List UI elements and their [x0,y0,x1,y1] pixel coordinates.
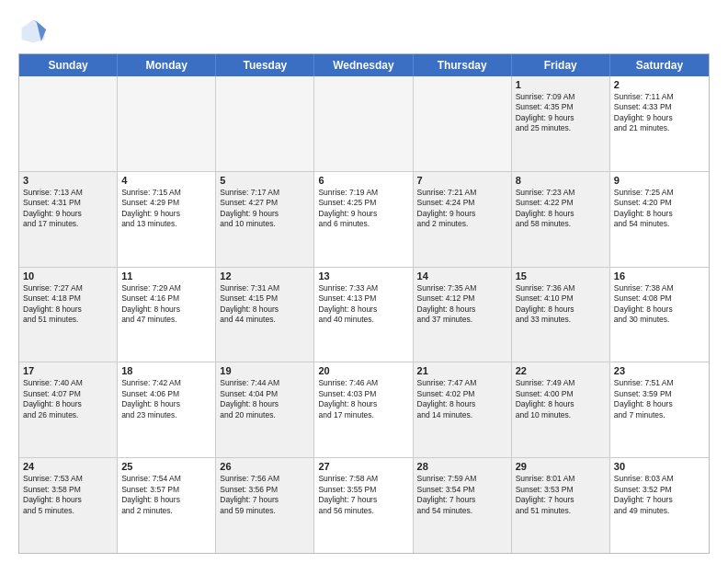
calendar: SundayMondayTuesdayWednesdayThursdayFrid… [18,53,710,554]
day-info: Sunrise: 7:27 AM Sunset: 4:18 PM Dayligh… [23,283,113,326]
day-number: 22 [516,365,606,376]
day-info: Sunrise: 7:25 AM Sunset: 4:20 PM Dayligh… [614,188,705,230]
calendar-cell: 13Sunrise: 7:33 AM Sunset: 4:13 PM Dayli… [314,268,413,362]
day-info: Sunrise: 7:59 AM Sunset: 3:54 PM Dayligh… [417,474,507,516]
day-info: Sunrise: 8:01 AM Sunset: 3:53 PM Dayligh… [516,474,606,516]
day-info: Sunrise: 7:56 AM Sunset: 3:56 PM Dayligh… [220,474,310,516]
calendar-header: SundayMondayTuesdayWednesdayThursdayFrid… [19,54,709,76]
calendar-cell: 17Sunrise: 7:40 AM Sunset: 4:07 PM Dayli… [19,362,118,457]
day-number: 8 [516,175,606,186]
calendar-cell: 3Sunrise: 7:13 AM Sunset: 4:31 PM Daylig… [19,172,118,267]
day-info: Sunrise: 7:13 AM Sunset: 4:31 PM Dayligh… [23,188,113,230]
calendar-cell: 12Sunrise: 7:31 AM Sunset: 4:15 PM Dayli… [216,268,314,362]
calendar-cell: 20Sunrise: 7:46 AM Sunset: 4:03 PM Dayli… [314,362,413,457]
calendar-cell [19,76,118,171]
calendar-cell: 25Sunrise: 7:54 AM Sunset: 3:57 PM Dayli… [118,458,216,553]
calendar-cell: 27Sunrise: 7:58 AM Sunset: 3:55 PM Dayli… [314,458,413,553]
logo-icon [18,17,48,46]
day-info: Sunrise: 7:33 AM Sunset: 4:13 PM Dayligh… [318,283,408,326]
weekday-header-sunday: Sunday [19,54,118,76]
day-number: 10 [23,270,113,282]
day-number: 19 [220,365,310,376]
calendar-cell: 23Sunrise: 7:51 AM Sunset: 3:59 PM Dayli… [610,362,709,457]
day-number: 4 [121,175,211,186]
day-info: Sunrise: 7:29 AM Sunset: 4:16 PM Dayligh… [121,283,211,326]
day-info: Sunrise: 7:40 AM Sunset: 4:07 PM Dayligh… [23,378,113,420]
day-info: Sunrise: 7:44 AM Sunset: 4:04 PM Dayligh… [220,378,310,420]
day-number: 30 [614,461,705,472]
day-number: 26 [220,461,310,472]
calendar-row-1: 3Sunrise: 7:13 AM Sunset: 4:31 PM Daylig… [19,171,709,267]
calendar-cell: 28Sunrise: 7:59 AM Sunset: 3:54 PM Dayli… [414,458,512,553]
header [18,17,710,46]
day-number: 18 [121,365,211,376]
day-number: 11 [121,270,211,282]
day-number: 2 [614,79,705,90]
day-number: 3 [23,175,113,186]
day-info: Sunrise: 7:49 AM Sunset: 4:00 PM Dayligh… [516,378,606,420]
day-number: 13 [318,270,408,282]
weekday-header-tuesday: Tuesday [216,54,314,76]
calendar-cell: 9Sunrise: 7:25 AM Sunset: 4:20 PM Daylig… [610,172,709,267]
calendar-cell: 5Sunrise: 7:17 AM Sunset: 4:27 PM Daylig… [216,172,314,267]
calendar-row-0: 1Sunrise: 7:09 AM Sunset: 4:35 PM Daylig… [19,76,709,171]
day-info: Sunrise: 7:36 AM Sunset: 4:10 PM Dayligh… [516,283,606,326]
day-number: 15 [516,270,606,282]
day-number: 12 [220,270,310,282]
calendar-cell: 1Sunrise: 7:09 AM Sunset: 4:35 PM Daylig… [512,76,610,171]
calendar-cell: 6Sunrise: 7:19 AM Sunset: 4:25 PM Daylig… [314,172,413,267]
weekday-header-wednesday: Wednesday [314,54,413,76]
calendar-cell: 21Sunrise: 7:47 AM Sunset: 4:02 PM Dayli… [414,362,512,457]
day-number: 23 [614,365,705,376]
calendar-row-2: 10Sunrise: 7:27 AM Sunset: 4:18 PM Dayli… [19,267,709,362]
calendar-cell: 26Sunrise: 7:56 AM Sunset: 3:56 PM Dayli… [216,458,314,553]
calendar-cell [414,76,512,171]
day-info: Sunrise: 7:19 AM Sunset: 4:25 PM Dayligh… [318,188,408,230]
calendar-cell: 29Sunrise: 8:01 AM Sunset: 3:53 PM Dayli… [512,458,610,553]
calendar-cell [118,76,216,171]
day-number: 7 [417,175,507,186]
day-number: 16 [614,270,705,282]
calendar-cell: 22Sunrise: 7:49 AM Sunset: 4:00 PM Dayli… [512,362,610,457]
day-number: 14 [417,270,507,282]
calendar-cell: 4Sunrise: 7:15 AM Sunset: 4:29 PM Daylig… [118,172,216,267]
day-number: 1 [516,79,606,90]
calendar-cell: 16Sunrise: 7:38 AM Sunset: 4:08 PM Dayli… [610,268,709,362]
weekday-header-friday: Friday [512,54,610,76]
day-number: 9 [614,175,705,186]
day-info: Sunrise: 8:03 AM Sunset: 3:52 PM Dayligh… [614,474,705,516]
calendar-cell: 10Sunrise: 7:27 AM Sunset: 4:18 PM Dayli… [19,268,118,362]
day-number: 17 [23,365,113,376]
day-info: Sunrise: 7:17 AM Sunset: 4:27 PM Dayligh… [220,188,310,230]
calendar-row-3: 17Sunrise: 7:40 AM Sunset: 4:07 PM Dayli… [19,362,709,457]
calendar-cell: 14Sunrise: 7:35 AM Sunset: 4:12 PM Dayli… [414,268,512,362]
day-number: 20 [318,365,408,376]
weekday-header-saturday: Saturday [610,54,709,76]
calendar-cell [314,76,413,171]
day-info: Sunrise: 7:51 AM Sunset: 3:59 PM Dayligh… [614,378,705,420]
calendar-cell: 2Sunrise: 7:11 AM Sunset: 4:33 PM Daylig… [610,76,709,171]
day-info: Sunrise: 7:42 AM Sunset: 4:06 PM Dayligh… [121,378,211,420]
calendar-cell: 30Sunrise: 8:03 AM Sunset: 3:52 PM Dayli… [610,458,709,553]
calendar-cell: 15Sunrise: 7:36 AM Sunset: 4:10 PM Dayli… [512,268,610,362]
weekday-header-thursday: Thursday [414,54,512,76]
day-number: 28 [417,461,507,472]
day-number: 6 [318,175,408,186]
day-info: Sunrise: 7:23 AM Sunset: 4:22 PM Dayligh… [516,188,606,230]
day-info: Sunrise: 7:46 AM Sunset: 4:03 PM Dayligh… [318,378,408,420]
logo [18,17,51,46]
calendar-cell: 24Sunrise: 7:53 AM Sunset: 3:58 PM Dayli… [19,458,118,553]
calendar-cell: 19Sunrise: 7:44 AM Sunset: 4:04 PM Dayli… [216,362,314,457]
day-number: 29 [516,461,606,472]
day-number: 24 [23,461,113,472]
day-info: Sunrise: 7:53 AM Sunset: 3:58 PM Dayligh… [23,474,113,516]
day-number: 25 [121,461,211,472]
day-number: 27 [318,461,408,472]
calendar-cell [216,76,314,171]
day-info: Sunrise: 7:47 AM Sunset: 4:02 PM Dayligh… [417,378,507,420]
calendar-body: 1Sunrise: 7:09 AM Sunset: 4:35 PM Daylig… [19,76,709,553]
day-info: Sunrise: 7:38 AM Sunset: 4:08 PM Dayligh… [614,283,705,326]
day-info: Sunrise: 7:21 AM Sunset: 4:24 PM Dayligh… [417,188,507,230]
day-number: 21 [417,365,507,376]
day-info: Sunrise: 7:11 AM Sunset: 4:33 PM Dayligh… [614,92,705,134]
